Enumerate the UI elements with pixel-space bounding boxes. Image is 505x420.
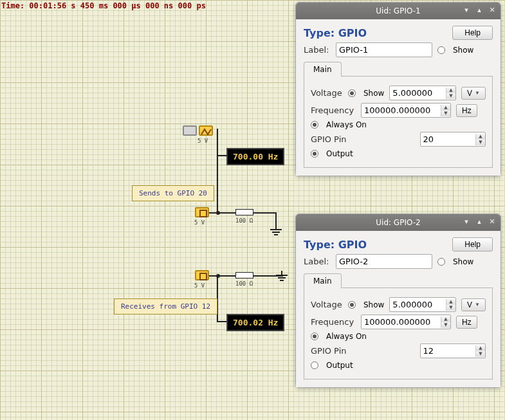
window-collapse-icon[interactable]: ▾ <box>462 5 471 14</box>
gpio1-voltage-label: 5 V <box>194 219 205 226</box>
output-text: Output <box>326 361 353 370</box>
simulation-time: Time: 00:01:56 s 450 ms 000 µs 000 ns 00… <box>1 1 206 10</box>
triangle-wave-icon <box>200 127 214 137</box>
help-button[interactable]: Help <box>452 237 493 251</box>
panel-titlebar[interactable]: Uid: GPIO-1 ▾ ▴ ✕ <box>296 3 500 19</box>
frequency-unit-button[interactable]: Hz <box>456 316 477 329</box>
frequency-unit-button[interactable]: Hz <box>456 104 477 117</box>
window-collapse-icon[interactable]: ▾ <box>462 217 471 226</box>
show-label-radio[interactable] <box>437 46 445 54</box>
spin-up-icon[interactable]: ▲ <box>476 345 485 351</box>
frequency-input[interactable] <box>362 315 441 329</box>
window-expand-icon[interactable]: ▴ <box>475 217 484 226</box>
gpio-pin-input[interactable] <box>421 344 475 358</box>
help-button[interactable]: Help <box>452 26 493 40</box>
label-caption: Label: <box>304 45 331 55</box>
output-radio[interactable] <box>311 361 318 369</box>
chip-icon <box>196 271 210 282</box>
frequency-caption: Frequency <box>311 105 356 115</box>
type-label: Type: GPIO <box>304 239 367 251</box>
oscillator-source-block[interactable] <box>183 125 197 136</box>
tab-main[interactable]: Main <box>304 273 342 288</box>
gpio1-block[interactable] <box>195 207 209 217</box>
spin-up-icon[interactable]: ▲ <box>476 134 485 140</box>
show-label-radio[interactable] <box>437 258 445 266</box>
voltage-unit-button[interactable]: V▼ <box>461 87 486 100</box>
voltage-input[interactable] <box>390 86 446 100</box>
oscillator-voltage-label: 5 V <box>197 138 208 144</box>
voltage-show-radio[interactable] <box>348 301 356 309</box>
spin-down-icon[interactable]: ▼ <box>446 305 455 311</box>
ground-2 <box>276 271 288 280</box>
frequency-readout-2: 700.02 Hz <box>226 314 284 331</box>
voltage-input[interactable] <box>390 298 446 311</box>
gpio-pin-input[interactable] <box>421 132 475 146</box>
spin-up-icon[interactable]: ▲ <box>446 299 455 305</box>
wire <box>275 212 277 226</box>
always-on-text: Always On <box>326 332 367 341</box>
panel-titlebar[interactable]: Uid: GPIO-2 ▾ ▴ ✕ <box>296 214 500 231</box>
wire <box>217 155 227 156</box>
label-caption: Label: <box>304 257 331 266</box>
voltage-caption: Voltage <box>311 300 343 309</box>
gpio-pin-caption: GPIO Pin <box>311 346 349 356</box>
spin-down-icon[interactable]: ▼ <box>441 111 450 116</box>
junction-node <box>216 211 220 215</box>
annotation-receives[interactable]: Receives from GPIO 12 <box>114 298 217 315</box>
gpio2-voltage-label: 5 V <box>194 282 205 289</box>
spin-up-icon[interactable]: ▲ <box>441 105 450 111</box>
always-on-text: Always On <box>326 120 367 129</box>
chevron-down-icon: ▼ <box>475 302 480 307</box>
window-close-icon[interactable]: ✕ <box>488 5 497 14</box>
junction-node <box>216 274 220 278</box>
wire <box>217 321 227 322</box>
gpio-pin-caption: GPIO Pin <box>311 134 349 144</box>
svg-rect-1 <box>200 273 207 280</box>
oscillator-waveform-block[interactable] <box>199 125 213 136</box>
chevron-down-icon: ▼ <box>475 90 480 96</box>
label-input[interactable] <box>336 254 432 269</box>
show-label-text: Show <box>453 257 473 266</box>
gpio2-block[interactable] <box>195 270 209 280</box>
properties-panel-gpio1[interactable]: Uid: GPIO-1 ▾ ▴ ✕ Type: GPIO Help Label:… <box>295 2 501 176</box>
spin-up-icon[interactable]: ▲ <box>441 316 450 322</box>
window-expand-icon[interactable]: ▴ <box>475 5 484 14</box>
spin-down-icon[interactable]: ▼ <box>476 351 485 357</box>
resistor-2[interactable] <box>235 272 253 278</box>
ground-1 <box>270 225 282 234</box>
spin-up-icon[interactable]: ▲ <box>446 87 455 93</box>
spin-down-icon[interactable]: ▼ <box>476 140 485 145</box>
voltage-unit-button[interactable]: V▼ <box>461 298 486 311</box>
always-on-radio[interactable] <box>311 121 318 129</box>
frequency-input[interactable] <box>362 104 441 117</box>
window-close-icon[interactable]: ✕ <box>488 217 497 226</box>
output-radio[interactable] <box>311 150 318 158</box>
voltage-caption: Voltage <box>311 88 343 98</box>
resistor-2-label: 100 Ω <box>235 280 253 287</box>
voltage-show-text: Show <box>363 300 384 309</box>
frequency-readout-1: 700.00 Hz <box>226 148 284 165</box>
output-text: Output <box>326 149 353 158</box>
properties-panel-gpio2[interactable]: Uid: GPIO-2 ▾ ▴ ✕ Type: GPIO Help Label:… <box>295 214 501 388</box>
resistor-1[interactable] <box>235 209 253 215</box>
spin-down-icon[interactable]: ▼ <box>441 322 450 328</box>
label-input[interactable] <box>336 42 432 57</box>
always-on-radio[interactable] <box>311 333 318 340</box>
tab-main[interactable]: Main <box>304 62 342 77</box>
svg-rect-0 <box>200 210 207 217</box>
frequency-caption: Frequency <box>311 317 356 327</box>
type-label: Type: GPIO <box>304 27 367 39</box>
spin-down-icon[interactable]: ▼ <box>446 93 455 99</box>
wire <box>217 129 218 212</box>
voltage-show-text: Show <box>363 89 384 98</box>
resistor-1-label: 100 Ω <box>235 217 253 224</box>
chip-icon <box>196 208 210 219</box>
annotation-sends[interactable]: Sends to GPIO 20 <box>132 185 214 201</box>
show-label-text: Show <box>453 46 473 55</box>
voltage-show-radio[interactable] <box>348 89 356 97</box>
